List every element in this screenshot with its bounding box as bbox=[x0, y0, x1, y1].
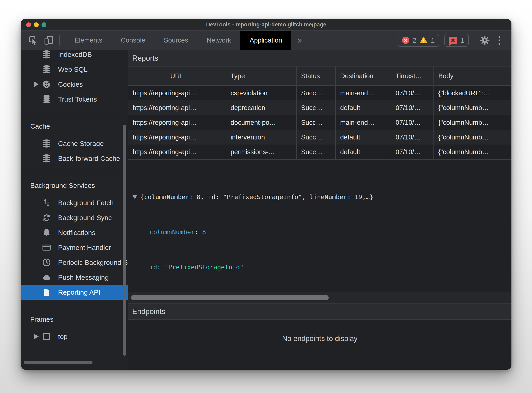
sidebar-item-reporting-api[interactable]: Reporting API bbox=[21, 285, 128, 300]
cell-status: Succ… bbox=[297, 130, 336, 144]
sidebar-item-label: Back-forward Cache bbox=[58, 155, 120, 162]
sidebar-item-background-fetch[interactable]: Background Fetch bbox=[21, 195, 128, 210]
frame-icon bbox=[42, 332, 52, 342]
sidebar-item-periodic-background-sync[interactable]: Periodic Background Sync bbox=[21, 255, 128, 270]
sidebar-section-cache: Cache bbox=[21, 119, 128, 134]
cell-timestamp: 07/10/… bbox=[391, 115, 434, 130]
credit-card-icon bbox=[42, 242, 52, 253]
cell-timestamp: 07/10/… bbox=[391, 86, 434, 100]
customize-devtools-button[interactable] bbox=[495, 36, 503, 45]
sidebar-item-background-sync[interactable]: Background Sync bbox=[21, 210, 128, 225]
cell-destination: main-end… bbox=[336, 115, 391, 130]
property-value: "PrefixedStorageInfo" bbox=[165, 261, 244, 273]
reports-title: Reports bbox=[132, 54, 158, 63]
sidebar-item-label: Trust Tokens bbox=[58, 95, 97, 103]
column-header-url[interactable]: URL bbox=[128, 67, 226, 85]
database-icon bbox=[42, 50, 52, 59]
property-row[interactable]: id: "PrefixedStorageInfo" bbox=[132, 261, 512, 273]
zoom-window-button[interactable] bbox=[42, 22, 46, 27]
cell-body: {"columnNumb… bbox=[434, 144, 512, 159]
tab-console[interactable]: Console bbox=[112, 31, 155, 50]
sidebar-vertical-scrollbar[interactable] bbox=[123, 125, 126, 356]
sidebar-item-indexeddb[interactable]: IndexedDB bbox=[21, 50, 128, 62]
warning-icon bbox=[420, 36, 428, 44]
database-icon bbox=[42, 64, 52, 74]
toolbar-divider bbox=[474, 35, 474, 45]
toolbar-divider bbox=[59, 35, 60, 45]
sidebar-item-back-forward-cache[interactable]: Back-forward Cache bbox=[21, 151, 128, 166]
property-value: 8 bbox=[202, 226, 206, 238]
tab-network[interactable]: Network bbox=[197, 31, 240, 50]
issues-badge[interactable]: 1 bbox=[444, 34, 469, 47]
settings-button[interactable] bbox=[480, 35, 490, 45]
column-header-status[interactable]: Status bbox=[297, 67, 336, 85]
sidebar-item-label: Web SQL bbox=[58, 65, 88, 73]
up-down-arrows-icon bbox=[42, 198, 52, 208]
inspect-element-button[interactable] bbox=[28, 35, 38, 45]
tab-sources[interactable]: Sources bbox=[155, 31, 197, 50]
property-key: id bbox=[150, 261, 157, 273]
sync-arrows-icon bbox=[42, 213, 52, 223]
panel-tabs: Elements Console Sources Network Applica… bbox=[65, 31, 308, 50]
column-header-destination[interactable]: Destination bbox=[336, 67, 391, 85]
reports-horizontal-scrollbar-track bbox=[128, 292, 512, 304]
expand-arrow-icon[interactable] bbox=[34, 82, 39, 87]
cell-timestamp: 07/10/… bbox=[391, 144, 434, 159]
sidebar-item-payment-handler[interactable]: Payment Handler bbox=[21, 240, 128, 255]
close-window-button[interactable] bbox=[26, 22, 31, 27]
application-sidebar: IndexedDB Web SQL Cookies bbox=[21, 50, 128, 370]
sidebar-item-cookies[interactable]: Cookies bbox=[21, 77, 128, 92]
error-icon bbox=[402, 37, 409, 44]
sidebar-item-notifications[interactable]: Notifications bbox=[21, 225, 128, 240]
sidebar-item-trust-tokens[interactable]: Trust Tokens bbox=[21, 92, 128, 107]
endpoints-section-header: Endpoints bbox=[128, 304, 512, 320]
cell-type: deprecation bbox=[226, 100, 297, 115]
expand-arrow-icon[interactable] bbox=[34, 334, 39, 339]
cell-body: {"columnNumb… bbox=[434, 100, 512, 115]
report-preview[interactable]: {columnNumber: 8, id: "PrefixedStorageIn… bbox=[140, 191, 373, 203]
database-icon bbox=[42, 138, 52, 148]
sidebar-separator bbox=[21, 172, 121, 172]
console-summary-badge[interactable]: 2 1 bbox=[398, 34, 439, 47]
minimize-window-button[interactable] bbox=[34, 22, 39, 27]
cell-destination: default bbox=[336, 130, 391, 144]
report-row[interactable]: https://reporting-api… deprecation Succ…… bbox=[128, 100, 512, 115]
cell-url: https://reporting-api… bbox=[128, 130, 226, 144]
sidebar-item-push-messaging[interactable]: Push Messaging bbox=[21, 270, 128, 285]
report-body-detail: {columnNumber: 8, id: "PrefixedStorageIn… bbox=[128, 160, 512, 292]
gear-icon bbox=[480, 35, 490, 45]
cell-body: {"columnNumb… bbox=[434, 130, 512, 144]
column-header-body[interactable]: Body bbox=[434, 67, 512, 85]
report-row[interactable]: https://reporting-api… permissions-… Suc… bbox=[128, 144, 512, 159]
endpoints-empty-state: No endpoints to display bbox=[128, 320, 512, 370]
reports-horizontal-scrollbar[interactable] bbox=[131, 295, 329, 300]
column-header-type[interactable]: Type bbox=[226, 67, 297, 85]
devtools-toolbar: Elements Console Sources Network Applica… bbox=[21, 30, 512, 50]
reports-table-body: https://reporting-api… csp-violation Suc… bbox=[128, 86, 512, 160]
tab-application[interactable]: Application bbox=[240, 31, 291, 50]
issues-count: 1 bbox=[460, 36, 464, 44]
cloud-icon bbox=[42, 272, 52, 282]
document-icon bbox=[42, 287, 52, 297]
property-row[interactable]: columnNumber: 8 bbox=[132, 226, 512, 238]
devtools-window: DevTools - reporting-api-demo.glitch.me/… bbox=[21, 19, 512, 370]
toggle-device-toolbar-button[interactable] bbox=[44, 35, 54, 45]
more-tabs-button[interactable]: » bbox=[291, 31, 308, 50]
bell-icon bbox=[42, 227, 52, 238]
cell-url: https://reporting-api… bbox=[128, 86, 226, 100]
sidebar-item-web-sql[interactable]: Web SQL bbox=[21, 62, 128, 77]
sidebar-horizontal-scrollbar[interactable] bbox=[24, 361, 93, 364]
report-row[interactable]: https://reporting-api… csp-violation Suc… bbox=[128, 86, 512, 100]
tab-elements[interactable]: Elements bbox=[65, 31, 112, 50]
collapse-triangle-icon[interactable] bbox=[132, 195, 137, 199]
endpoints-title: Endpoints bbox=[132, 307, 166, 316]
traffic-lights bbox=[26, 19, 46, 30]
sidebar-item-label: Payment Handler bbox=[58, 244, 111, 251]
sidebar-item-cache-storage[interactable]: Cache Storage bbox=[21, 136, 128, 151]
sidebar-item-frame-top[interactable]: top bbox=[21, 329, 128, 344]
sidebar-item-label: Background Sync bbox=[58, 214, 112, 222]
report-row[interactable]: https://reporting-api… document-po… Succ… bbox=[128, 115, 512, 130]
column-header-timestamp[interactable]: Timest… bbox=[391, 67, 434, 85]
sidebar-item-label: Notifications bbox=[58, 229, 95, 237]
report-row[interactable]: https://reporting-api… intervention Succ… bbox=[128, 130, 512, 144]
